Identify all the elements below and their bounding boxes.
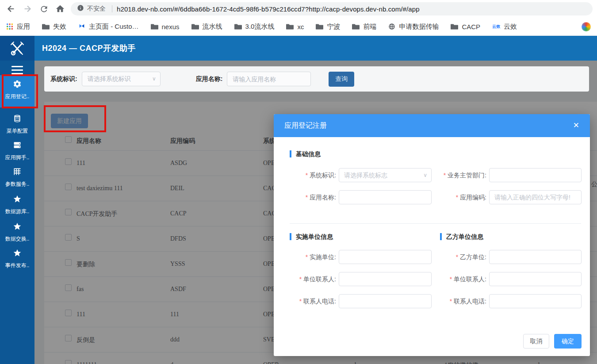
folder-icon: [151, 23, 158, 30]
page-info-icon[interactable]: [77, 4, 84, 13]
home-icon[interactable]: [55, 4, 65, 14]
server-icon: [13, 141, 22, 149]
address-bar[interactable]: 不安全 h2018.dev-nb.com/#/6ddba66b-1672-4cd…: [71, 2, 593, 15]
modal-header: 应用登记注册 ✕: [274, 114, 590, 137]
app-code-field-label: *应用编码:: [416, 190, 486, 204]
bookmark-apps[interactable]: 应用: [6, 23, 30, 31]
bookmarks-bar: 应用 失效 主页面 - Custo… nexus 流水线 3.0流水线 xc: [0, 18, 597, 36]
star-icon: [13, 195, 22, 203]
app-logo: [0, 36, 34, 61]
bookmark-confluence[interactable]: 主页面 - Custo…: [78, 23, 139, 31]
bookmark-folder[interactable]: 前端: [352, 23, 376, 31]
sidebar-item-label: 参数服务..: [0, 180, 34, 188]
sidebar-item-event-publish[interactable]: 事件发布..: [0, 244, 34, 270]
sidebar-item-label: 数据源库..: [0, 208, 34, 215]
chevron-down-icon: ∨: [152, 72, 156, 86]
dept-input[interactable]: [489, 168, 582, 182]
bookmark-globe[interactable]: 申请数据传输: [388, 23, 439, 31]
folder-icon: [286, 23, 294, 30]
b-phone-field-label: *联系人电话:: [416, 294, 486, 308]
sidebar-item-data-exchange[interactable]: 数据交换..: [0, 218, 34, 243]
sidebar: 应用登记.. 菜单配置 应用脚手.. 参数服务.. 数据源库.. 数据交换.. …: [0, 61, 34, 364]
app-name-input[interactable]: [227, 72, 311, 86]
folder-icon: [191, 23, 199, 30]
gear-icon: [13, 80, 22, 88]
app-name-label: 应用名称:: [196, 75, 223, 83]
system-id-select[interactable]: 请选择系统标识 ∨: [82, 72, 161, 86]
app-code-input[interactable]: [489, 190, 582, 204]
section-party-b-info: 乙方单位信息: [440, 233, 483, 240]
bookmark-folder[interactable]: CACP: [451, 23, 480, 31]
bookmark-folder[interactable]: xc: [286, 23, 304, 31]
apps-grid-icon: [6, 23, 13, 30]
bookmark-folder[interactable]: 流水线: [191, 23, 222, 31]
table-grid-icon: [13, 167, 22, 176]
globe-icon: [388, 23, 395, 30]
app-name-field-label: *应用名称:: [265, 190, 336, 204]
dept-field-label: *业务主管部门:: [416, 168, 486, 182]
browser-toolbar: 不安全 h2018.dev-nb.com/#/6ddba66b-1672-4cd…: [0, 0, 597, 18]
confirm-button[interactable]: 确定: [554, 334, 582, 349]
page-title: H2024 — CACP开发助手: [42, 36, 136, 61]
confluence-icon: [78, 23, 85, 30]
system-id-field-label: *系统标识:: [265, 168, 336, 182]
modal-system-placeholder: 请选择系统标志: [344, 172, 387, 179]
reload-icon[interactable]: [38, 4, 49, 14]
folder-icon: [451, 23, 458, 30]
sidebar-item-datasource[interactable]: 数据源库..: [0, 190, 34, 216]
star-icon: [13, 222, 22, 231]
search-button[interactable]: 查询: [329, 72, 354, 87]
impl-contact-field-label: *单位联系人:: [265, 272, 336, 286]
bookmark-folder[interactable]: nexus: [151, 23, 180, 31]
filter-bar: 系统标识: 请选择系统标识 ∨ 应用名称: 查询: [44, 66, 589, 92]
app-header: H2024 — CACP开发助手: [0, 36, 597, 61]
folder-icon: [42, 23, 50, 30]
bookmark-yunxiao[interactable]: 云效 云效: [492, 23, 517, 31]
b-contact-field-label: *单位联系人:: [416, 272, 486, 286]
impl-phone-field-label: *联系人电话:: [265, 294, 336, 308]
database-icon: [13, 114, 22, 123]
system-id-label: 系统标识:: [50, 75, 77, 83]
sidebar-item-app-scaffold[interactable]: 应用脚手..: [0, 136, 34, 162]
close-icon[interactable]: ✕: [570, 114, 582, 137]
sidebar-item-menu-config[interactable]: 菜单配置: [0, 110, 34, 135]
sidebar-item-label: 事件发布..: [0, 262, 34, 269]
folder-icon: [352, 23, 360, 30]
sidebar-item-label: 数据交换..: [0, 235, 34, 243]
bookmark-folder[interactable]: 3.0流水线: [234, 23, 275, 31]
star-icon: [13, 249, 22, 257]
b-phone-input[interactable]: [489, 294, 582, 308]
folder-icon: [234, 23, 242, 30]
bookmark-folder[interactable]: 宁波: [316, 23, 340, 31]
cancel-button[interactable]: 取消: [523, 334, 549, 349]
security-label: 不安全: [87, 5, 106, 13]
app-register-modal: 应用登记注册 ✕ 基础信息 *系统标识: 请选择系统标志 ∨ *业务主管部门: …: [274, 114, 590, 356]
b-unit-input[interactable]: [489, 250, 582, 264]
modal-title: 应用登记注册: [284, 114, 327, 137]
url-text[interactable]: h2018.dev-nb.com/#/6ddba66b-1672-4cd5-98…: [117, 5, 420, 13]
sidebar-item-app-register[interactable]: 应用登记..: [0, 75, 34, 107]
sidebar-item-label: 应用登记..: [0, 93, 34, 100]
sidebar-item-param-service[interactable]: 参数服务..: [0, 163, 34, 188]
b-unit-field-label: *乙方单位:: [416, 250, 486, 264]
section-divider: [290, 223, 581, 224]
sidebar-item-label: 应用脚手..: [0, 154, 34, 161]
crossed-tools-logo-icon: [8, 39, 26, 57]
folder-icon: [316, 23, 323, 30]
impl-unit-field-label: *实施单位:: [265, 250, 336, 264]
profile-avatar-icon[interactable]: [582, 22, 591, 31]
sidebar-item-label: 菜单配置: [0, 127, 34, 135]
main-content: 新建应用 应用名称 应用编码 系统标识 111 ASDG OPE test da…: [34, 61, 597, 364]
back-icon[interactable]: [6, 4, 16, 14]
screen: 不安全 h2018.dev-nb.com/#/6ddba66b-1672-4cd…: [0, 0, 597, 364]
system-id-placeholder: 请选择系统标识: [88, 75, 131, 82]
section-basic-info: 基础信息: [290, 150, 321, 157]
address-separator: [112, 5, 112, 12]
section-impl-info: 实施单位信息: [290, 233, 333, 240]
b-contact-input[interactable]: [489, 272, 582, 286]
forward-icon[interactable]: [22, 4, 33, 14]
yunxiao-icon: 云效: [492, 24, 500, 30]
bookmark-folder[interactable]: 失效: [42, 23, 66, 31]
